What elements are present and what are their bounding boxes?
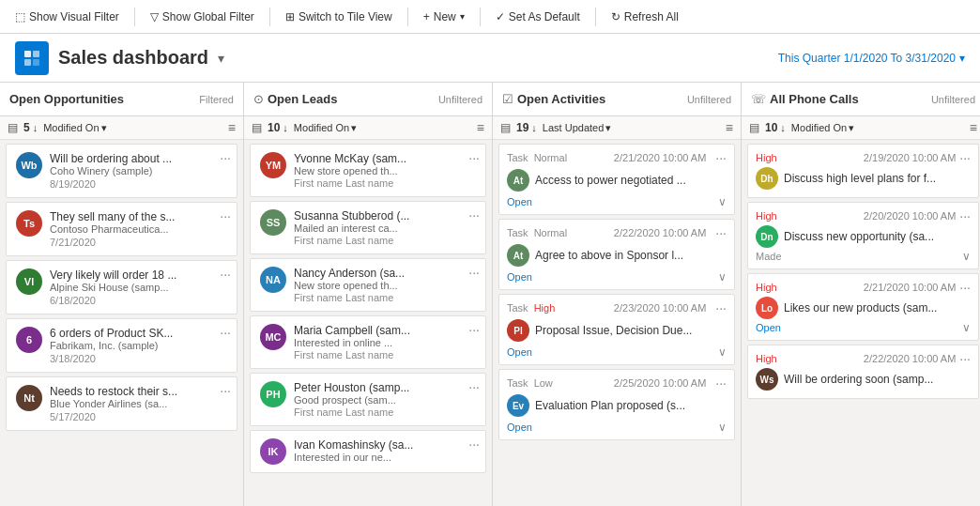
show-visual-filter-button[interactable]: ⬚ Show Visual Filter — [8, 7, 127, 27]
visual-filter-icon: ⬚ — [15, 10, 25, 23]
card-more-icon[interactable]: ··· — [468, 322, 480, 337]
opportunities-count: 5 ↓ — [23, 121, 38, 134]
card-more-icon[interactable]: ··· — [220, 267, 231, 282]
open-opportunities-header: Open Opportunities Filtered — [0, 83, 243, 116]
list-item: MC Maria Campbell (sam... Interested in … — [250, 315, 486, 369]
phone-view-options-icon[interactable]: ≡ — [970, 120, 977, 135]
list-item: PH Peter Houston (samp... Good prospect … — [250, 373, 486, 426]
list-item: High 2/19/2020 10:00 AM ··· Dh Discuss h… — [747, 144, 979, 198]
card-more-icon[interactable]: ··· — [468, 379, 480, 394]
sort-icon: ▤ — [500, 121, 511, 134]
divider-1 — [134, 8, 135, 26]
expand-icon[interactable]: ∨ — [718, 345, 727, 359]
list-item: High 2/20/2020 10:00 AM ··· Dn Discuss n… — [747, 202, 979, 269]
svg-rect-1 — [33, 51, 39, 57]
open-opportunities-column: Open Opportunities Filtered ▤ 5 ↓ Modifi… — [0, 83, 244, 506]
activity-more-icon[interactable]: ··· — [715, 150, 727, 165]
list-item: YM Yvonne McKay (sam... New store opened… — [250, 144, 486, 197]
sort-down-icon: ↓ — [780, 122, 786, 133]
datetime-label: 2/21/2020 10:00 AM — [864, 282, 956, 293]
view-options-icon[interactable]: ≡ — [228, 120, 236, 135]
open-leads-column: ⊙ Open Leads Unfiltered ▤ 10 ↓ Modified … — [244, 83, 493, 506]
sort-down-icon: ↓ — [283, 122, 288, 133]
card-content: They sell many of the s... Contoso Pharm… — [50, 210, 227, 248]
date-range-label: This Quarter 1/1/2020 To 3/31/2020 — [778, 52, 956, 65]
list-item: Task High 2/23/2020 10:00 AM ··· Pl Prop… — [498, 294, 735, 365]
sort-modified-on[interactable]: Modified On ▾ — [43, 122, 106, 134]
avatar: Ev — [507, 394, 529, 417]
card-more-icon[interactable]: ··· — [220, 383, 231, 398]
global-filter-icon: ▽ — [150, 10, 159, 23]
card-content: Will be ordering about ... Coho Winery (… — [50, 152, 227, 190]
card-more-icon[interactable]: ··· — [220, 150, 231, 165]
card-content: 6 orders of Product SK... Fabrikam, Inc.… — [50, 327, 227, 364]
checkmark-icon: ✓ — [496, 10, 505, 23]
call-more-icon[interactable]: ··· — [959, 351, 971, 366]
leads-icon: ⊙ — [253, 92, 264, 106]
expand-icon[interactable]: ∨ — [718, 195, 727, 208]
leads-view-options-icon[interactable]: ≡ — [477, 120, 484, 135]
leads-sort-label[interactable]: Modified On ▾ — [294, 122, 357, 134]
divider-2 — [269, 8, 270, 26]
switch-to-tile-label: Switch to Tile View — [299, 10, 392, 23]
status-badge: Open — [507, 422, 532, 433]
sort-down-icon: ↓ — [33, 122, 38, 133]
open-activities-filter: Unfiltered — [687, 94, 731, 105]
priority-label: Normal — [534, 227, 567, 238]
card-more-icon[interactable]: ··· — [468, 437, 480, 452]
card-more-icon[interactable]: ··· — [468, 207, 480, 222]
card-content: Needs to restock their s... Blue Yonder … — [50, 385, 227, 422]
card-more-icon[interactable]: ··· — [220, 208, 231, 223]
divider-4 — [480, 8, 481, 26]
refresh-icon: ↻ — [611, 10, 620, 23]
phone-sort-label[interactable]: Modified On ▾ — [791, 122, 854, 134]
open-leads-header: ⊙ Open Leads Unfiltered — [244, 83, 492, 116]
divider-5 — [595, 8, 596, 26]
activity-more-icon[interactable]: ··· — [715, 300, 727, 315]
activity-more-icon[interactable]: ··· — [715, 225, 727, 240]
list-item: Task Normal 2/21/2020 10:00 AM ··· At Ac… — [498, 144, 735, 215]
avatar: YM — [260, 152, 286, 178]
datetime-label: 2/21/2020 10:00 AM — [614, 152, 706, 163]
avatar: NA — [260, 267, 286, 293]
phone-calls-header: ☏ All Phone Calls Unfiltered — [742, 83, 980, 116]
svg-rect-3 — [33, 59, 39, 66]
avatar: Pl — [507, 319, 529, 342]
header-dropdown-icon[interactable]: ▾ — [218, 51, 224, 66]
call-more-icon[interactable]: ··· — [959, 280, 971, 295]
task-type-label: Task — [507, 152, 528, 163]
activity-more-icon[interactable]: ··· — [715, 376, 727, 391]
datetime-label: 2/23/2020 10:00 AM — [614, 302, 706, 314]
expand-icon[interactable]: ∨ — [718, 421, 727, 434]
avatar: Ts — [16, 210, 42, 237]
switch-to-tile-button[interactable]: ⊞ Switch to Tile View — [278, 7, 400, 27]
avatar: MC — [260, 324, 286, 350]
activities-sort-label[interactable]: Last Updated ▾ — [543, 122, 611, 134]
expand-icon[interactable]: ∨ — [718, 270, 727, 284]
phone-icon: ☏ — [751, 92, 766, 106]
expand-icon[interactable]: ∨ — [962, 321, 971, 334]
open-leads-filter: Unfiltered — [438, 94, 482, 105]
open-opportunities-filter: Filtered — [199, 94, 234, 105]
show-global-filter-button[interactable]: ▽ Show Global Filter — [143, 7, 262, 27]
call-more-icon[interactable]: ··· — [959, 208, 971, 223]
card-more-icon[interactable]: ··· — [220, 325, 231, 340]
card-content: Ivan Komashinsky (sa... Interested in ou… — [294, 438, 476, 463]
list-item: NA Nancy Anderson (sa... New store opene… — [250, 258, 486, 312]
new-button[interactable]: + New ▾ — [416, 7, 472, 27]
sort-icon: ▤ — [252, 121, 262, 134]
call-more-icon[interactable]: ··· — [959, 150, 971, 165]
avatar: PH — [260, 381, 286, 407]
all-phone-calls-column: ☏ All Phone Calls Unfiltered ▤ 10 ↓ Modi… — [742, 83, 980, 506]
set-as-default-button[interactable]: ✓ Set As Default — [488, 7, 588, 27]
card-more-icon[interactable]: ··· — [468, 265, 480, 280]
new-icon: + — [423, 10, 430, 23]
refresh-all-button[interactable]: ↻ Refresh All — [604, 7, 686, 27]
card-more-icon[interactable]: ··· — [468, 150, 480, 165]
activities-list: Task Normal 2/21/2020 10:00 AM ··· At Ac… — [493, 140, 741, 506]
activities-view-options-icon[interactable]: ≡ — [726, 120, 733, 135]
tile-view-icon: ⊞ — [285, 10, 295, 23]
date-range[interactable]: This Quarter 1/1/2020 To 3/31/2020 ▾ — [778, 52, 965, 65]
priority-label: High — [756, 353, 777, 364]
expand-icon[interactable]: ∨ — [962, 250, 971, 263]
